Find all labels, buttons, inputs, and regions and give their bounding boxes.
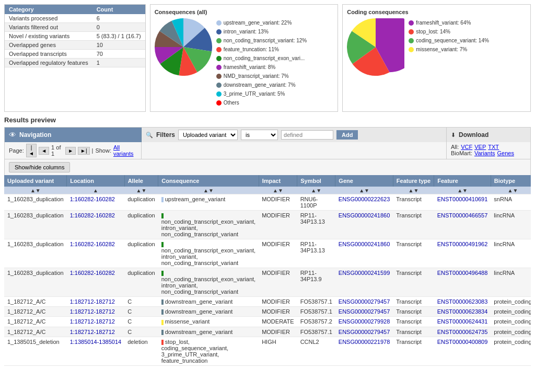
table-header-gene[interactable]: Gene	[335, 175, 393, 187]
last-page-btn[interactable]: ►|	[78, 147, 90, 155]
consequence-color-bar	[161, 271, 164, 276]
show-all-link[interactable]: All variants	[113, 144, 137, 157]
gene-link[interactable]: ENSG00000241860	[339, 212, 390, 218]
sort-desc-7[interactable]: ▼	[414, 188, 419, 193]
sort-desc-9[interactable]: ▼	[513, 188, 518, 193]
location-link[interactable]: 1:160282-160282	[70, 241, 115, 247]
table-row: 1_182712_A/C1:182712-182712Cmissense_var…	[4, 317, 531, 327]
vcf-link[interactable]: VCF	[461, 144, 472, 150]
sort-asc-6[interactable]: ▲	[359, 188, 364, 193]
sort-asc-2[interactable]: ▲	[136, 188, 142, 193]
sort-desc-4[interactable]: ▼	[278, 188, 283, 193]
sort-asc-8[interactable]: ▲	[457, 188, 462, 193]
table-row: 1_182712_A/C1:182712-182712Cdownstream_g…	[4, 307, 531, 317]
table-header-consequence[interactable]: Consequence	[158, 175, 259, 187]
legend-dot	[409, 47, 414, 52]
table-header-feature-type[interactable]: Feature type	[393, 175, 434, 187]
sort-asc-9[interactable]: ▲	[508, 188, 513, 193]
vep-link[interactable]: VEP	[474, 144, 486, 150]
sort-asc-3[interactable]: ▲	[203, 188, 208, 193]
gene-link[interactable]: ENSG00000279928	[339, 318, 390, 325]
gene-link[interactable]: ENSG00000222623	[339, 196, 390, 202]
sort-asc-5[interactable]: ▲	[311, 188, 316, 193]
consequences-all-content: upstream_gene_variant: 22%intron_variant…	[155, 18, 334, 107]
gene-link[interactable]: ENSG00000279457	[339, 308, 390, 315]
sort-asc-1[interactable]: ▲	[93, 188, 98, 193]
uploaded-variant-cell: 1_160283_duplication	[4, 239, 67, 268]
gene-link[interactable]: ENSG00000241599	[339, 270, 390, 276]
feature-link[interactable]: ENST00000624431	[437, 318, 488, 325]
feature-link[interactable]: ENST00000623083	[437, 298, 488, 305]
filter-field-select[interactable]: Uploaded variant Location Allele Consequ…	[178, 130, 238, 140]
variants-link[interactable]: Variants	[474, 150, 495, 156]
gene-link[interactable]: ENSG00000279457	[339, 298, 390, 305]
show-hide-columns-btn[interactable]: Show/hide columns	[9, 162, 70, 172]
prev-page-btn[interactable]: ◄	[39, 147, 49, 155]
page-separator: |	[92, 147, 94, 154]
feature-link[interactable]: ENST00000400809	[437, 339, 488, 345]
gene-link[interactable]: ENSG00000221978	[339, 339, 390, 345]
location-link[interactable]: 1:160282-160282	[70, 196, 115, 202]
filter-operator-select[interactable]: is is not contains	[241, 130, 278, 140]
sort-asc-7[interactable]: ▲	[409, 188, 414, 193]
feature-link[interactable]: ENST00000624735	[437, 329, 488, 335]
allele-cell: C	[124, 317, 158, 327]
sort-desc-8[interactable]: ▼	[462, 188, 468, 193]
location-link[interactable]: 1:182712-182712	[70, 318, 115, 325]
feature-link[interactable]: ENST00000496488	[437, 270, 488, 276]
filter-value-input[interactable]	[281, 130, 333, 140]
location-link[interactable]: 1:182712-182712	[70, 308, 115, 315]
impact-cell: HIGH	[259, 337, 297, 365]
sort-desc-6[interactable]: ▼	[364, 188, 369, 193]
genes-link[interactable]: Genes	[497, 150, 514, 156]
symbol-cell: RP11-34P13.9	[297, 268, 335, 297]
location-link[interactable]: 1:182712-182712	[70, 298, 115, 305]
feature-link[interactable]: ENST00000623834	[437, 308, 488, 315]
consequence-color-bar	[161, 320, 164, 325]
gene-cell: ENSG00000222623	[335, 194, 393, 211]
impact-cell: MODIFIER	[259, 194, 297, 211]
filter-add-button[interactable]: Add	[336, 130, 358, 140]
first-page-btn[interactable]: |◄	[26, 144, 37, 157]
legend-dot	[216, 56, 222, 61]
biotype-cell: protein_coding	[491, 297, 531, 307]
gene-link[interactable]: ENSG00000241860	[339, 241, 390, 247]
gene-link[interactable]: ENSG00000279457	[339, 329, 390, 335]
consequences-coding-legend: frameshift_variant: 64%stop_lost: 14%cod…	[409, 18, 489, 54]
gene-cell: ENSG00000279928	[335, 317, 393, 327]
symbol-cell: RNU6-1100P	[297, 194, 335, 211]
sort-desc-0[interactable]: ▼	[36, 188, 41, 193]
sort-desc-2[interactable]: ▼	[141, 188, 146, 193]
consequence-text: downstream_gene_variant	[165, 298, 233, 305]
sort-desc-3[interactable]: ▼	[208, 188, 214, 193]
location-link[interactable]: 1:160282-160282	[70, 212, 115, 218]
legend-item: intron_variant: 13%	[216, 27, 307, 36]
table-header-symbol[interactable]: Symbol	[297, 175, 335, 187]
sort-asc-0[interactable]: ▲	[30, 188, 36, 193]
table-header-uploaded-variant[interactable]: Uploaded variant	[4, 175, 67, 187]
consequence-cell: downstream_gene_variant	[158, 327, 259, 337]
location-link[interactable]: 1:160282-160282	[70, 270, 115, 276]
location-link[interactable]: 1:1385014-1385014	[70, 339, 121, 345]
consequences-coding-box: Coding consequences frameshift_variant: …	[342, 4, 531, 112]
table-header-impact[interactable]: Impact	[259, 175, 297, 187]
legend-label: 3_prime_UTR_variant: 5%	[224, 89, 285, 98]
symbol-cell: CCNL2	[297, 337, 335, 365]
consequences-coding-title: Coding consequences	[347, 9, 526, 15]
feature-link[interactable]: ENST00000410691	[437, 196, 488, 202]
legend-item: missense_variant: 7%	[409, 45, 489, 54]
sort-asc-4[interactable]: ▲	[273, 188, 278, 193]
feature-link[interactable]: ENST00000466557	[437, 212, 488, 218]
sort-desc-5[interactable]: ▼	[316, 188, 321, 193]
txt-link[interactable]: TXT	[488, 144, 499, 150]
table-header-biotype[interactable]: Biotype	[491, 175, 531, 187]
legend-label: intron_variant: 13%	[224, 27, 269, 36]
table-header-allele[interactable]: Allele	[124, 175, 158, 187]
location-link[interactable]: 1:182712-182712	[70, 329, 115, 335]
table-header-location[interactable]: Location	[67, 175, 124, 187]
symbol-cell: FO538757.1	[297, 297, 335, 307]
table-header-feature[interactable]: Feature	[434, 175, 491, 187]
feature-link[interactable]: ENST00000491962	[437, 241, 488, 247]
feature-cell: ENST00000623834	[434, 307, 491, 317]
next-page-btn[interactable]: ►	[65, 147, 76, 155]
